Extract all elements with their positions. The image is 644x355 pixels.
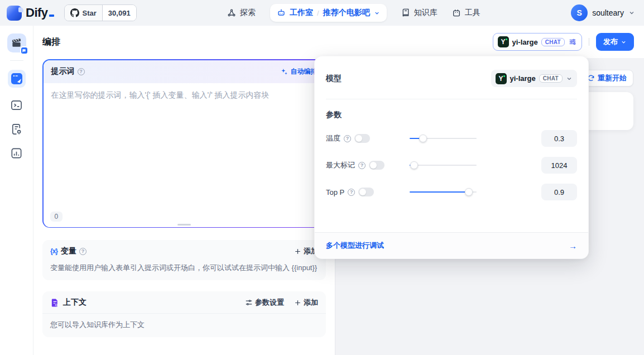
- popover-model-select[interactable]: Y yi-large CHAT: [491, 70, 577, 87]
- param-toggle[interactable]: [369, 161, 385, 170]
- navbar-left: Dify Star 30,091: [7, 4, 137, 21]
- publish-button[interactable]: 发布: [596, 33, 634, 51]
- variables-card: {x} 变量 ? 添加 变量能使用用户输入表单引入提示: [42, 240, 326, 280]
- variable-icon: {x}: [50, 247, 57, 255]
- dify-logo[interactable]: Dify: [7, 6, 54, 21]
- variables-title: 变量 ?: [61, 246, 86, 256]
- param-name: Top P: [326, 188, 344, 196]
- param-value[interactable]: 0.9: [541, 184, 577, 200]
- terminal-icon: [10, 99, 23, 112]
- prompt-resize-handle[interactable]: [177, 224, 191, 226]
- param-slider[interactable]: [410, 161, 477, 169]
- github-star-label: Star: [83, 9, 97, 17]
- context-header: 上下文 参数设置 添加: [42, 291, 326, 311]
- slider-knob[interactable]: [419, 135, 427, 142]
- variables-header: {x} 变量 ? 添加: [42, 240, 326, 260]
- sidebar-item-logs[interactable]: [10, 123, 23, 136]
- params-title: 参数: [326, 110, 577, 120]
- context-param-settings-button[interactable]: 参数设置: [245, 298, 284, 308]
- help-icon[interactable]: ?: [344, 135, 351, 142]
- sidebar-item-monitoring[interactable]: [10, 147, 23, 160]
- param-slider[interactable]: [410, 135, 477, 142]
- nav-studio-label[interactable]: 工作室: [290, 8, 313, 18]
- model-mode-badge: CHAT: [541, 38, 565, 46]
- tools-icon: [452, 8, 461, 17]
- help-icon[interactable]: ?: [358, 162, 366, 169]
- app-sidebar: [0, 26, 33, 355]
- param-slider[interactable]: [410, 188, 477, 196]
- dify-logo-text: Dify: [26, 6, 54, 20]
- nav-explore[interactable]: 探索: [227, 8, 256, 18]
- user-name: soulteary: [592, 8, 624, 17]
- model-row: 模型 Y yi-large CHAT: [326, 70, 577, 87]
- slider-knob[interactable]: [410, 161, 418, 169]
- popover-model-name: yi-large: [510, 74, 536, 83]
- app-icon[interactable]: [7, 33, 26, 52]
- clapperboard-icon: [11, 38, 22, 49]
- sidebar-item-api[interactable]: [10, 99, 23, 112]
- page-title: 编排: [42, 36, 60, 48]
- param-toggle[interactable]: [358, 188, 374, 196]
- nav-explore-label: 探索: [240, 8, 256, 18]
- user-avatar[interactable]: S: [571, 4, 588, 21]
- chat-bubble-icon: [22, 49, 26, 53]
- explore-icon: [227, 8, 236, 17]
- settings-sliders-icon: [245, 299, 253, 306]
- model-selector-button[interactable]: Y yi-large CHAT: [493, 33, 582, 51]
- sidebar-item-orchestrate[interactable]: [8, 70, 26, 88]
- bar-chart-icon: [10, 147, 23, 160]
- prompt-title: 提示词 ?: [51, 66, 85, 76]
- param-row-max-tokens: 最大标记 ? 1024: [326, 157, 577, 174]
- prompt-editor[interactable]: [44, 83, 325, 227]
- chevron-down-icon: [621, 39, 627, 45]
- model-settings-popover: 模型 Y yi-large CHAT 参数 温度 ?: [314, 56, 589, 259]
- context-title: 上下文: [63, 298, 86, 308]
- popover-model-mode-badge: CHAT: [539, 74, 563, 83]
- prompt-char-count: 0: [50, 212, 63, 222]
- param-name: 温度: [326, 133, 340, 143]
- nav-tools-label: 工具: [465, 8, 480, 18]
- navbar-center: 探索 工作室 / 推荐个电影吧 知识库 工具: [137, 4, 571, 22]
- nav-studio-pill[interactable]: 工作室 / 推荐个电影吧: [270, 4, 387, 22]
- app-type-badge: [20, 46, 28, 55]
- variables-description: 变量能使用用户输入表单引入提示词或开场白，你可以试试在提示词中输入 {{inpu…: [42, 260, 326, 280]
- github-star-button[interactable]: Star: [65, 5, 103, 21]
- log-annotation-icon: [10, 123, 23, 136]
- context-document-icon: [50, 298, 60, 308]
- plus-icon: [294, 248, 301, 255]
- github-star-count[interactable]: 30,091: [103, 5, 136, 21]
- chevron-down-icon[interactable]: [374, 10, 380, 16]
- header-divider: [589, 38, 589, 46]
- help-icon[interactable]: ?: [348, 189, 355, 196]
- add-context-button[interactable]: 添加: [294, 298, 318, 308]
- github-star-widget[interactable]: Star 30,091: [64, 4, 137, 21]
- help-icon[interactable]: ?: [78, 68, 85, 75]
- param-value[interactable]: 1024: [541, 157, 577, 174]
- chevron-down-icon[interactable]: [628, 9, 635, 16]
- account-menu[interactable]: S soulteary: [571, 4, 635, 21]
- nav-knowledge[interactable]: 知识库: [401, 8, 438, 18]
- param-name: 最大标记: [326, 160, 355, 170]
- nav-tools[interactable]: 工具: [452, 8, 480, 18]
- auto-orchestrate-button[interactable]: 自动编排: [281, 67, 318, 76]
- breadcrumb-app-name[interactable]: 推荐个电影吧: [323, 8, 370, 18]
- prompt-panel-header: 提示词 ? 自动编排: [44, 60, 325, 83]
- slider-knob[interactable]: [465, 188, 473, 196]
- sparkles-icon: [281, 68, 288, 75]
- yi-model-icon: Y: [498, 36, 509, 47]
- yi-model-icon: Y: [496, 73, 507, 84]
- param-row-top-p: Top P ? 0.9: [326, 184, 577, 200]
- orchestrate-panel: 提示词 ? 自动编排 0: [33, 58, 335, 355]
- param-value[interactable]: 0.3: [541, 130, 577, 147]
- header-actions: Y yi-large CHAT 发布: [493, 33, 634, 51]
- content-header: 编排 Y yi-large CHAT 发布: [33, 26, 644, 58]
- context-card: 上下文 参数设置 添加: [42, 291, 326, 337]
- knowledge-book-icon: [401, 8, 410, 17]
- sidebar-divider: [10, 60, 23, 61]
- param-toggle[interactable]: [354, 134, 370, 143]
- tune-sliders-icon[interactable]: [568, 37, 577, 46]
- param-row-temperature: 温度 ? 0.3: [326, 130, 577, 147]
- help-icon[interactable]: ?: [79, 248, 86, 255]
- multi-model-debug-link[interactable]: 多个模型进行调试 →: [315, 232, 588, 258]
- breadcrumb-separator: /: [317, 9, 319, 17]
